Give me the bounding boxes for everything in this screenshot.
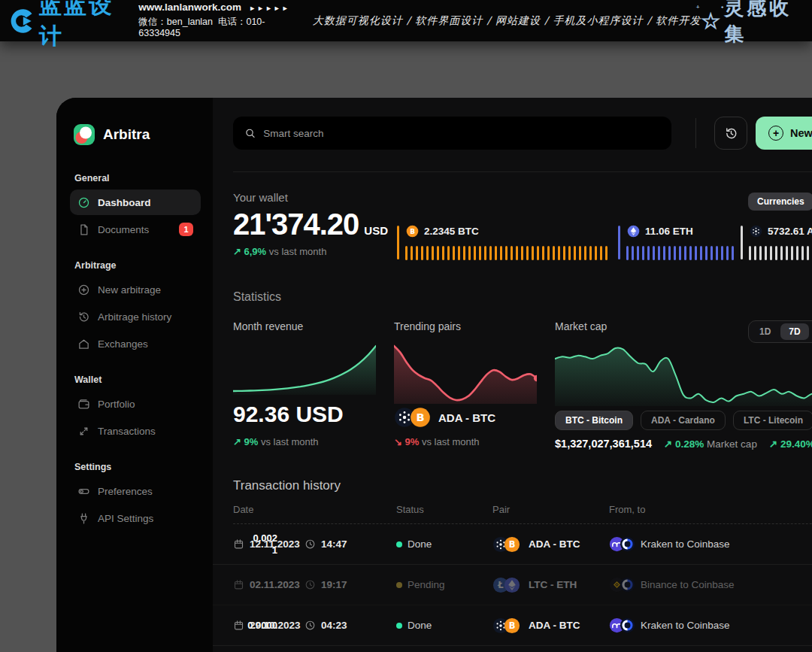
coin-pill-ada-cardano[interactable]: ADA - Cardano <box>641 411 726 430</box>
sidebar-section-title: General <box>74 173 198 183</box>
transactions-title: Transaction history <box>233 478 341 493</box>
promo-banner: 蓝蓝设计 www.lanlanwork.com►►►►► 微信：ben_lanl… <box>0 0 812 41</box>
page: { "banner": { "brand": "蓝蓝设计", "website"… <box>0 0 812 652</box>
trending-pair-label: ADA - BTC <box>438 411 495 424</box>
collect-logo: ☆⁺˖ 灵感收集 <box>701 0 803 47</box>
app-brand-name: Arbitra <box>103 126 150 143</box>
holding-divider <box>397 226 399 259</box>
search-bar[interactable] <box>233 117 671 150</box>
balance-delta: ↗ 6,9% vs last month <box>233 246 326 257</box>
sidebar-item-preferences[interactable]: Preferences <box>70 478 201 504</box>
sidebar-section-general: General Dashboard Documents 1 <box>73 173 198 242</box>
search-input[interactable] <box>263 128 660 139</box>
holding-amount: 5732.61 ADA <box>768 226 812 237</box>
sidebar-item-label: Documents <box>98 224 149 235</box>
file-icon <box>77 223 90 236</box>
calendar-icon <box>233 579 244 590</box>
history-icon <box>724 126 738 141</box>
month-revenue-title: Month revenue <box>233 320 376 332</box>
clock-icon <box>304 620 316 631</box>
sidebar-item-arbitrage-history[interactable]: Arbitrage history <box>70 304 201 329</box>
svg-text:B: B <box>416 411 424 423</box>
wallet-balance: 21'374.20 USD <box>233 208 388 241</box>
sidebar-item-portfolio[interactable]: Portfolio <box>70 391 201 417</box>
sidebar-item-documents[interactable]: Documents 1 <box>70 217 201 242</box>
coin-pill-ltc-litecoin[interactable]: LTC - Litecoin <box>733 411 812 430</box>
sidebar-item-dashboard[interactable]: Dashboard <box>70 190 201 215</box>
cell-route: Binance to Coinbase <box>609 565 735 605</box>
sidebar-item-label: Arbitrage history <box>98 311 171 323</box>
cell-pair: BADA - BTC <box>492 605 580 645</box>
column-header-pair: Pair <box>492 504 510 515</box>
sidebar-section-settings: Settings Preferences API Settings <box>73 462 198 531</box>
table-body: 12.11.2023 14:47 Done BADA - BTC Kraken … <box>213 524 812 646</box>
range-selector: 1D7D1M <box>748 320 812 343</box>
wallet-holdings: B2.2345 BTC 11.06 ETH 5732.61 ADA <box>397 224 812 262</box>
market-cap-value: $1,327,027,361,514 <box>555 438 652 450</box>
swap-icon <box>77 425 90 438</box>
sidebar-item-transactions[interactable]: Transactions <box>70 418 201 444</box>
holding-label: 11.06 ETH <box>627 225 693 238</box>
plug-icon <box>77 512 90 525</box>
sidebar-section-title: Wallet <box>74 375 198 385</box>
sidebar-item-label: New arbitrage <box>98 284 161 296</box>
history-button[interactable] <box>714 117 747 150</box>
sidebar-section-title: Arbitrage <box>74 260 198 271</box>
transaction-row[interactable]: 29.10.2023 04:23 Done BADA - BTC Kraken … <box>213 605 812 646</box>
dashboard-icon <box>77 196 90 209</box>
sidebar-section-wallet: Wallet Portfolio Transactions <box>73 375 198 444</box>
sidebar-item-api-settings[interactable]: API Settings <box>70 505 201 531</box>
holding-amount: 11.06 ETH <box>645 226 693 237</box>
holding-bars <box>405 246 607 260</box>
svg-text:B: B <box>509 539 516 550</box>
cell-time: 04:23 <box>304 605 347 645</box>
statistics-title: Statistics <box>233 290 281 304</box>
cell-status: Done <box>396 524 432 564</box>
transaction-row[interactable]: 02.11.2023 19:17 Pending ŁLTC - ETH Bina… <box>213 565 812 605</box>
wallet-tab-currencies[interactable]: Currencies <box>748 193 812 211</box>
cell-date: 02.11.2023 <box>233 565 300 605</box>
holding-amount: 2.2345 BTC <box>424 226 479 237</box>
market-cap-stats: $1,327,027,361,514↗ 0.28% Market cap↗ 29… <box>555 438 812 450</box>
holding-btc: B2.2345 BTC <box>397 224 618 262</box>
new-button-label: New a <box>790 127 812 139</box>
cell-pair: BADA - BTC <box>492 524 580 564</box>
sidebar-section-title: Settings <box>74 462 198 472</box>
sidebar-item-new-arbitrage[interactable]: New arbitrage <box>70 277 201 302</box>
topbar-divider <box>695 118 696 148</box>
holding-label: 5732.61 ADA <box>750 225 812 238</box>
star-icon: ☆⁺˖ <box>701 8 720 34</box>
cell-date: 29.10.2023 <box>233 605 301 645</box>
sidebar-item-exchanges[interactable]: Exchanges <box>70 331 201 356</box>
clock-icon <box>304 579 316 590</box>
home-icon <box>77 338 90 350</box>
svg-text:B: B <box>410 228 415 235</box>
eth-coin-icon <box>627 225 640 238</box>
holding-bars <box>749 246 812 260</box>
cell-pair: ŁLTC - ETH <box>492 565 577 605</box>
table-header: DateStatusPairFrom, to <box>213 504 812 523</box>
wallet-tabs: CurrenciesE <box>748 193 812 211</box>
status-dot <box>396 623 402 629</box>
cell-status: Pending <box>396 565 445 605</box>
market-stat: ↗ 0.28% Market cap <box>664 438 757 450</box>
range-7D[interactable]: 7D <box>780 323 808 340</box>
panel-month-revenue: Month revenue 92.36 USD ↗ 9% vs last mon… <box>233 320 376 332</box>
sidebar-item-label: API Settings <box>98 513 153 524</box>
column-header-from-to: From, to <box>609 504 645 515</box>
plus-icon: + <box>768 126 783 141</box>
month-revenue-delta: ↗ 9% vs last month <box>233 436 319 447</box>
trending-pairs-chart <box>394 342 537 404</box>
status-dot <box>396 541 402 547</box>
plus-circle-icon <box>77 284 90 296</box>
range-1D[interactable]: 1D <box>751 323 779 340</box>
coin-pill-btc-bitcoin[interactable]: BTC - Bitcoin <box>555 411 633 430</box>
arrows-decoration: ►►►►► <box>249 5 290 12</box>
holding-ada: 5732.61 ADA <box>741 224 812 262</box>
pair-coin-icons: B <box>394 407 431 428</box>
transaction-row[interactable]: 12.11.2023 14:47 Done BADA - BTC Kraken … <box>213 524 812 565</box>
holding-label: B2.2345 BTC <box>406 225 479 238</box>
new-arbitrage-button[interactable]: + New a <box>756 117 812 150</box>
column-header-date: Date <box>233 504 253 515</box>
search-icon <box>244 127 256 139</box>
